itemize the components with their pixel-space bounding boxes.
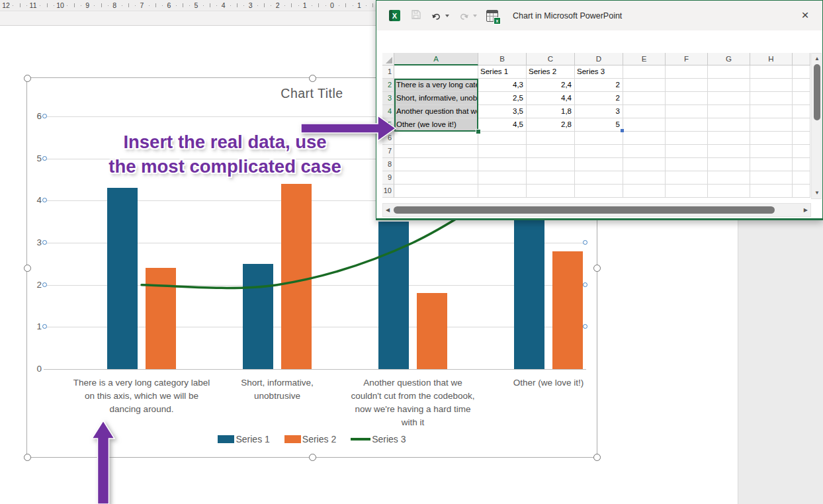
row-header-9[interactable]: 9 xyxy=(382,171,394,185)
cell-B7[interactable] xyxy=(478,145,527,158)
cell-partial-5[interactable] xyxy=(793,118,810,132)
cell-G5[interactable] xyxy=(708,118,750,132)
cell-H10[interactable] xyxy=(750,185,793,198)
cell-F6[interactable] xyxy=(666,132,708,145)
cell-partial-6[interactable] xyxy=(793,132,810,145)
undo-dropdown-caret[interactable] xyxy=(445,15,449,17)
cell-B4[interactable]: 3,5 xyxy=(478,105,527,118)
cell-B1[interactable]: Series 1 xyxy=(478,65,527,79)
cell-G2[interactable] xyxy=(708,79,750,92)
cell-C1[interactable]: Series 2 xyxy=(527,65,575,79)
cell-partial-8[interactable] xyxy=(793,158,810,171)
cell-partial-7[interactable] xyxy=(793,145,810,158)
row-header-3[interactable]: 3 xyxy=(382,92,394,105)
cell-H9[interactable] xyxy=(750,171,793,185)
cell-C9[interactable] xyxy=(527,171,575,185)
cell-partial-4[interactable] xyxy=(793,105,810,118)
cell-H7[interactable] xyxy=(750,145,793,158)
cell-B6[interactable] xyxy=(478,132,527,145)
cell-G9[interactable] xyxy=(708,171,750,185)
row-header-4[interactable]: 4 xyxy=(382,105,394,118)
row-header-10[interactable]: 10 xyxy=(382,185,394,198)
scroll-right-icon[interactable]: ▶ xyxy=(804,207,808,214)
row-header-1[interactable]: 1 xyxy=(382,65,394,79)
vertical-scrollbar[interactable]: ▲ ▼ xyxy=(811,53,822,199)
cell-E6[interactable] xyxy=(623,132,666,145)
cell-C6[interactable] xyxy=(527,132,575,145)
cell-E8[interactable] xyxy=(623,158,666,171)
col-header-D[interactable]: D xyxy=(575,53,623,65)
cell-G3[interactable] xyxy=(708,92,750,105)
chart-resize-handle[interactable] xyxy=(24,454,31,461)
col-header-E[interactable]: E xyxy=(623,53,666,65)
cell-D1[interactable]: Series 3 xyxy=(575,65,623,79)
cell-E5[interactable] xyxy=(623,118,666,132)
chart-resize-handle[interactable] xyxy=(593,265,601,272)
redo-dropdown-caret[interactable] xyxy=(473,15,477,17)
cell-A1[interactable] xyxy=(394,65,478,79)
cell-D5[interactable]: 5 xyxy=(575,118,623,132)
undo-button[interactable] xyxy=(431,11,449,21)
scroll-left-icon[interactable]: ◀ xyxy=(386,207,390,214)
cell-E4[interactable] xyxy=(623,105,666,118)
cell-partial-10[interactable] xyxy=(793,185,810,198)
cell-D9[interactable] xyxy=(575,171,623,185)
cell-D7[interactable] xyxy=(575,145,623,158)
chart-resize-handle[interactable] xyxy=(593,454,601,461)
cell-E1[interactable] xyxy=(623,65,666,79)
save-icon[interactable] xyxy=(411,9,421,22)
cell-F7[interactable] xyxy=(666,145,708,158)
cell-G10[interactable] xyxy=(708,185,750,198)
cell-A5[interactable]: Other (we love it!) xyxy=(394,118,478,132)
col-header-H[interactable]: H xyxy=(750,53,793,65)
cell-A10[interactable] xyxy=(394,185,478,198)
cell-A3[interactable]: Short, informative, unobtrusive xyxy=(394,92,478,105)
scroll-down-icon[interactable]: ▼ xyxy=(814,190,820,196)
select-all-corner[interactable] xyxy=(382,53,394,65)
cell-G6[interactable] xyxy=(708,132,750,145)
cell-G1[interactable] xyxy=(708,65,750,79)
cell-D8[interactable] xyxy=(575,158,623,171)
cell-partial-2[interactable] xyxy=(793,79,810,92)
row-header-8[interactable]: 8 xyxy=(382,158,394,171)
annotation-text[interactable]: Insert the real data, use the most compl… xyxy=(105,130,345,179)
cell-E9[interactable] xyxy=(623,171,666,185)
redo-button[interactable] xyxy=(458,11,477,21)
cell-E10[interactable] xyxy=(623,185,666,198)
cell-A9[interactable] xyxy=(394,171,478,185)
cell-D4[interactable]: 3 xyxy=(575,105,623,118)
cell-partial-1[interactable] xyxy=(793,65,810,79)
horizontal-scroll-thumb[interactable] xyxy=(394,206,775,214)
cell-partial-9[interactable] xyxy=(793,171,810,185)
cell-D3[interactable]: 2 xyxy=(575,92,623,105)
col-header-G[interactable]: G xyxy=(708,53,750,65)
cell-E2[interactable] xyxy=(623,79,666,92)
horizontal-scrollbar[interactable]: ◀ ▶ xyxy=(382,203,811,217)
col-header-C[interactable]: C xyxy=(527,53,575,65)
scroll-up-icon[interactable]: ▲ xyxy=(814,56,820,62)
cell-H2[interactable] xyxy=(750,79,793,92)
legend-item-series2[interactable]: Series 2 xyxy=(284,434,336,444)
cell-G7[interactable] xyxy=(708,145,750,158)
cell-A6[interactable] xyxy=(394,132,478,145)
selection-fill-handle[interactable] xyxy=(476,129,481,134)
row-header-5[interactable]: 5 xyxy=(382,118,394,132)
cell-C2[interactable]: 2,4 xyxy=(527,79,575,92)
cell-D6[interactable] xyxy=(575,132,623,145)
cell-A4[interactable]: Another question that we couldn't cut fr… xyxy=(394,105,478,118)
cell-C4[interactable]: 1,8 xyxy=(527,105,575,118)
cell-B8[interactable] xyxy=(478,158,527,171)
cell-A7[interactable] xyxy=(394,145,478,158)
cell-H6[interactable] xyxy=(750,132,793,145)
cell-H4[interactable] xyxy=(750,105,793,118)
cell-B3[interactable]: 2,5 xyxy=(478,92,527,105)
edit-data-in-excel-icon[interactable]: x xyxy=(486,10,498,22)
row-header-7[interactable]: 7 xyxy=(382,145,394,158)
vertical-scroll-thumb[interactable] xyxy=(814,64,820,120)
cell-F9[interactable] xyxy=(666,171,708,185)
chart-resize-handle[interactable] xyxy=(24,265,31,272)
cell-D10[interactable] xyxy=(575,185,623,198)
cell-H5[interactable] xyxy=(750,118,793,132)
close-icon[interactable]: × xyxy=(797,7,813,23)
cell-B2[interactable]: 4,3 xyxy=(478,79,527,92)
